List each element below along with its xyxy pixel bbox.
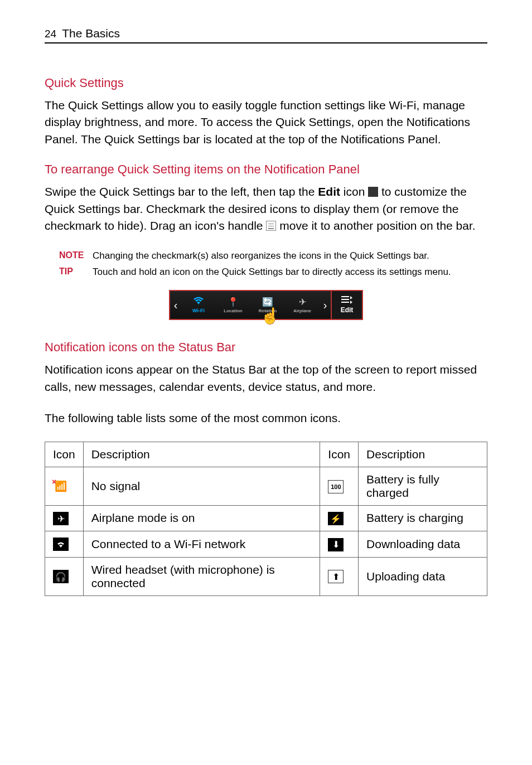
headset-icon: 🎧 [53,570,69,583]
heading-quick-settings: Quick Settings [45,76,487,90]
desc-cell: Uploading data [359,557,487,595]
table-header-row: Icon Description Icon Description [45,442,487,467]
tip-label: TIP [59,265,93,279]
handle-icon [266,221,276,231]
icon-cell: 📶 [45,467,84,505]
table-row: 🎧 Wired headset (with microphone) is con… [45,557,487,595]
icon-cell: ⚡ [320,505,359,531]
qs-location-label: Location [224,308,242,313]
note-text: Changing the checkmark(s) also reorganiz… [93,249,487,263]
table-row: 📶 No signal 100 Battery is fully charged [45,467,487,505]
edit-lines-icon [341,296,352,306]
hand-pointer-icon: ☝️ [260,307,280,325]
quick-settings-bar: ‹ Wi-Fi 📍 Location 🔄 Rotation ✈ Airplane… [169,290,363,320]
desc-cell: Airplane mode is on [83,505,320,531]
icon-cell: 🎧 [45,557,84,595]
desc-cell: No signal [83,467,320,505]
downloading-icon: ⬇ [328,538,344,551]
rotation-icon: 🔄 [262,297,273,307]
battery-full-icon: 100 [328,480,344,493]
airplane-mode-icon: ✈ [53,512,69,525]
wifi-icon [194,297,204,307]
desc-cell: Wired headset (with microphone) is conne… [83,557,320,595]
col-desc-2: Description [359,442,487,467]
paragraph-rearrange: Swipe the Quick Settings bar to the left… [45,183,487,234]
heading-status-bar: Notification icons on the Status Bar [45,340,487,355]
qs-item-edit: Edit [331,291,363,319]
desc-cell: Connected to a Wi-Fi network [83,531,320,558]
edit-word: Edit [318,185,340,198]
battery-charging-icon: ⚡ [328,512,344,525]
icon-cell: ⬇ [320,531,359,558]
airplane-icon: ✈ [299,297,306,307]
qs-airplane-label: Airplane [293,308,311,313]
col-desc-1: Description [83,442,320,467]
icon-cell [45,531,84,558]
icon-cell: ⬆ [320,557,359,595]
text-part-1: Swipe the Quick Settings bar to the left… [45,185,318,198]
qs-wifi-label: Wi-Fi [192,308,205,313]
chevron-left-icon: ‹ [170,299,181,312]
paragraph-table-intro: The following table lists some of the mo… [45,410,487,427]
text-part-4: move it to another position on the bar. [276,219,475,232]
page-header: 24 The Basics [45,27,487,43]
icon-cell: ✈ [45,505,84,531]
page-number: 24 [45,28,56,40]
qs-item-location: 📍 Location [216,291,250,319]
col-icon-1: Icon [45,442,84,467]
uploading-icon: ⬆ [328,570,344,583]
qs-item-wifi: Wi-Fi [181,291,216,319]
desc-cell: Downloading data [359,531,487,558]
note-row: NOTE Changing the checkmark(s) also reor… [59,249,487,263]
icon-cell: 100 [320,467,359,505]
quick-settings-screenshot: ‹ Wi-Fi 📍 Location 🔄 Rotation ✈ Airplane… [45,290,487,320]
table-row: ✈ Airplane mode is on ⚡ Battery is charg… [45,505,487,531]
no-signal-icon: 📶 [53,480,69,493]
paragraph-quick-settings: The Quick Settings allow you to easily t… [45,97,487,148]
table-row: Connected to a Wi-Fi network ⬇ Downloadi… [45,531,487,558]
col-icon-2: Icon [320,442,359,467]
text-part-2: icon [340,185,368,198]
location-icon: 📍 [228,297,239,307]
section-name: The Basics [62,27,120,40]
tip-row: TIP Touch and hold an icon on the Quick … [59,265,487,279]
desc-cell: Battery is charging [359,505,487,531]
paragraph-status-bar: Notification icons appear on the Status … [45,361,487,395]
tip-text: Touch and hold an icon on the Quick Sett… [93,265,487,279]
qs-item-airplane: ✈ Airplane [285,291,320,319]
heading-rearrange: To rearrange Quick Setting items on the … [45,162,487,177]
desc-cell: Battery is fully charged [359,467,487,505]
icons-table: Icon Description Icon Description 📶 No s… [45,442,487,596]
wifi-connected-icon [53,538,69,551]
edit-icon [368,187,378,197]
note-label: NOTE [59,249,93,263]
qs-edit-label: Edit [341,306,354,314]
chevron-right-icon: › [320,299,331,312]
